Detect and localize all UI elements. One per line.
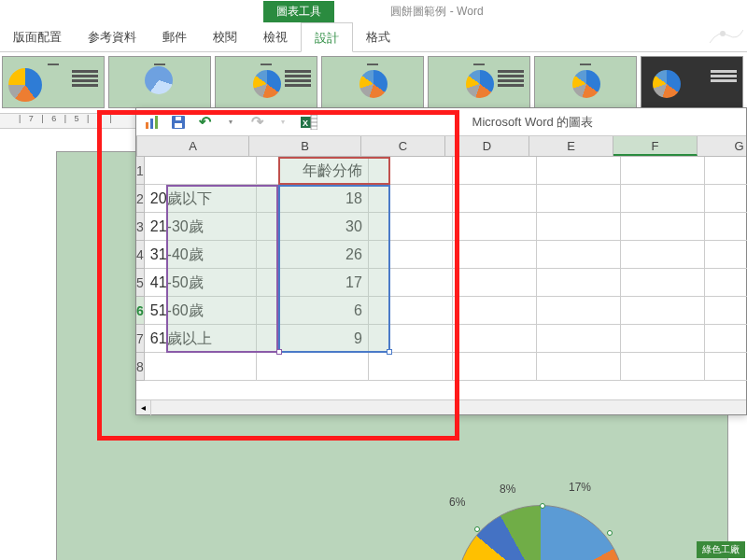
chart-style-1[interactable]: ▬▬ <box>2 56 105 108</box>
col-header-a[interactable]: A <box>137 136 249 156</box>
cell[interactable] <box>369 213 453 241</box>
cell[interactable] <box>537 213 621 241</box>
cell[interactable] <box>453 325 537 353</box>
cell[interactable] <box>537 241 621 269</box>
cell[interactable] <box>621 157 705 185</box>
cell[interactable] <box>369 353 453 381</box>
cell[interactable] <box>453 353 537 381</box>
row-header[interactable]: 2 <box>136 185 145 213</box>
tab-layout[interactable]: 版面配置 <box>0 22 75 51</box>
datasheet-grid[interactable]: A B C D E F G 1年齡分佈 220歲以下18 321-30歲30 4… <box>136 136 746 381</box>
cell[interactable] <box>621 353 705 381</box>
cell[interactable] <box>453 241 537 269</box>
undo-icon[interactable]: ↶ <box>196 114 213 131</box>
cell[interactable]: 17 <box>257 269 369 297</box>
chart-style-7[interactable] <box>641 56 743 108</box>
redo-icon[interactable]: ↷ <box>248 114 265 131</box>
cell[interactable] <box>621 185 705 213</box>
chart-style-5[interactable]: ▬▬ <box>428 56 530 108</box>
col-header-e[interactable]: E <box>529 136 613 156</box>
cell[interactable]: 18 <box>257 185 369 213</box>
cell[interactable]: 6 <box>257 297 369 325</box>
cell[interactable] <box>369 157 453 185</box>
tab-design[interactable]: 設計 <box>301 22 353 52</box>
chart-style-2[interactable]: ▬▬ <box>108 56 211 108</box>
cell[interactable] <box>705 213 747 241</box>
cell[interactable] <box>537 325 621 353</box>
cell[interactable] <box>369 241 453 269</box>
cell[interactable] <box>621 213 705 241</box>
col-header-g[interactable]: G <box>698 136 747 156</box>
contextual-tab-label: 圖表工具 <box>263 1 334 22</box>
cell[interactable]: 26 <box>257 241 369 269</box>
cell[interactable] <box>705 241 747 269</box>
cell[interactable] <box>369 297 453 325</box>
cell[interactable] <box>537 269 621 297</box>
cell[interactable] <box>453 297 537 325</box>
cell[interactable] <box>705 353 747 381</box>
tab-mailings[interactable]: 郵件 <box>149 22 200 51</box>
cell[interactable] <box>145 353 257 381</box>
chart-style-4[interactable]: ▬▬ <box>321 56 424 108</box>
undo-dropdown-icon[interactable]: ▾ <box>222 114 239 131</box>
cell[interactable]: 31-40歲 <box>145 241 257 269</box>
cell[interactable] <box>537 185 621 213</box>
cell[interactable] <box>369 325 453 353</box>
chart-style-3[interactable]: ▬▬ <box>215 56 317 108</box>
datasheet-toolbar: ↶ ▾ ↷ ▾ X Microsoft Word 的圖表 <box>136 108 746 136</box>
cell[interactable] <box>705 157 747 185</box>
col-header-c[interactable]: C <box>361 136 445 156</box>
row-header[interactable]: 4 <box>136 241 145 269</box>
datasheet-title: Microsoft Word 的圖表 <box>327 114 739 131</box>
cell[interactable] <box>537 157 621 185</box>
row-header[interactable]: 7 <box>136 325 145 353</box>
cell[interactable] <box>537 297 621 325</box>
cell[interactable]: 30 <box>257 213 369 241</box>
cell[interactable] <box>705 297 747 325</box>
cell[interactable]: 20歲以下 <box>145 185 257 213</box>
cell[interactable] <box>621 241 705 269</box>
excel-icon[interactable]: X <box>301 114 317 131</box>
cell[interactable] <box>257 353 369 381</box>
tab-review[interactable]: 校閱 <box>200 22 250 51</box>
cell[interactable] <box>537 353 621 381</box>
cell[interactable]: 51-60歲 <box>145 297 257 325</box>
cell[interactable] <box>145 157 257 185</box>
cell[interactable] <box>705 185 747 213</box>
save-icon[interactable] <box>170 114 187 131</box>
cell[interactable] <box>369 185 453 213</box>
row-header[interactable]: 5 <box>136 269 145 297</box>
horizontal-scrollbar[interactable]: ◂ <box>136 399 746 414</box>
cell[interactable]: 61歲以上 <box>145 325 257 353</box>
cell[interactable] <box>705 325 747 353</box>
pie-chart[interactable]: 17% 8% 6% <box>410 449 653 560</box>
cell[interactable]: 21-30歲 <box>145 213 257 241</box>
cell[interactable] <box>621 325 705 353</box>
cell[interactable] <box>453 269 537 297</box>
tab-references[interactable]: 参考資料 <box>75 22 149 51</box>
cell[interactable] <box>453 185 537 213</box>
cell[interactable] <box>621 269 705 297</box>
col-header-f[interactable]: F <box>613 136 698 156</box>
row-header[interactable]: 6 <box>136 297 145 325</box>
cell[interactable]: 41-50歲 <box>145 269 257 297</box>
cell[interactable] <box>705 269 747 297</box>
col-header-d[interactable]: D <box>445 136 529 156</box>
chart-datasheet-window[interactable]: ↶ ▾ ↷ ▾ X Microsoft Word 的圖表 A B C D E F… <box>135 107 747 415</box>
cell[interactable] <box>369 269 453 297</box>
row-header[interactable]: 1 <box>136 157 145 185</box>
cell[interactable] <box>453 213 537 241</box>
row-header[interactable]: 3 <box>136 213 145 241</box>
tab-view[interactable]: 檢視 <box>250 22 301 51</box>
tab-format[interactable]: 格式 <box>353 22 403 51</box>
row-header[interactable]: 8 <box>136 353 145 381</box>
cell[interactable] <box>453 157 537 185</box>
cell[interactable]: 9 <box>257 325 369 353</box>
redo-dropdown-icon[interactable]: ▾ <box>275 114 291 131</box>
cell[interactable] <box>621 297 705 325</box>
cell[interactable]: 年齡分佈 <box>257 157 369 185</box>
pie-plot-area[interactable] <box>457 505 625 560</box>
scroll-left-arrow[interactable]: ◂ <box>136 400 151 415</box>
chart-style-6[interactable]: ▬▬ <box>534 56 637 108</box>
col-header-b[interactable]: B <box>249 136 361 156</box>
